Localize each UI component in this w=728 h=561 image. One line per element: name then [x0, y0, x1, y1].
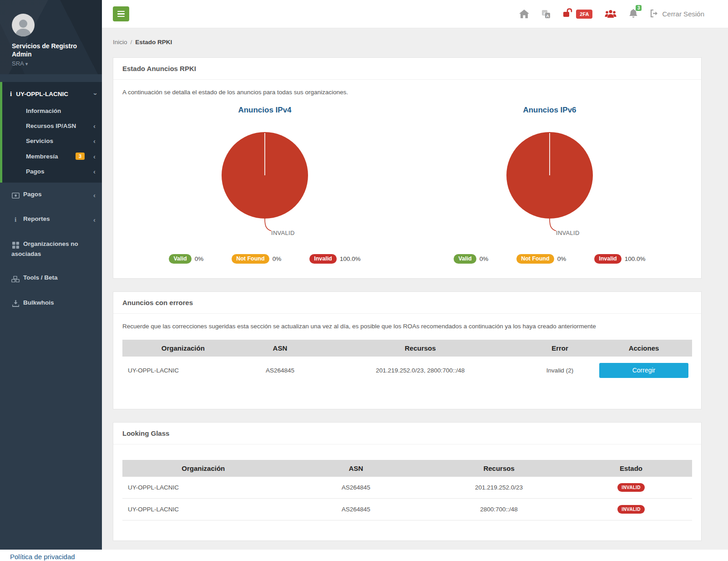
legend-valid-pill[interactable]: Valid — [454, 254, 476, 264]
cell-asn: AS264845 — [284, 499, 428, 520]
panel-estado-rpki: Estado Anuncios RPKI A continuación se d… — [113, 57, 702, 279]
grid-icon — [11, 240, 20, 250]
cell-org: UY-OPPL-LACNIC — [122, 357, 244, 384]
chart-ipv4: Anuncios IPv4 INVALID Valid0% Not Fo — [122, 99, 407, 269]
col-asn: ASN — [244, 340, 317, 357]
page-content: Inicio/Estado RPKI Estado Anuncios RPKI … — [102, 39, 728, 541]
col-estado: Estado — [570, 460, 692, 477]
cell-asn: AS264845 — [284, 477, 428, 499]
col-organizacion: Organización — [122, 460, 284, 477]
chevron-down-icon: ‹ — [91, 93, 98, 95]
legend-invalid-pill[interactable]: Invalid — [309, 254, 337, 264]
user-panel: Servicios de Registro Admin SRA ▾ — [0, 0, 102, 74]
info-icon: i — [10, 90, 12, 98]
legend-invalid-pill[interactable]: Invalid — [594, 254, 622, 264]
chevron-left-icon: ‹ — [93, 190, 96, 201]
sidebar-item-servicios[interactable]: Servicios ‹ — [2, 133, 102, 148]
cubes-icon — [11, 274, 20, 283]
errors-note: Recuerde que las correcciones sugeridas … — [122, 323, 692, 330]
sidebar-item-membresia[interactable]: Membresía 3 ‹ — [2, 148, 102, 164]
privacy-policy-link[interactable]: Política de privacidad — [10, 553, 75, 561]
chevron-left-icon: ‹ — [93, 137, 96, 145]
sidebar-item-pagos-sub[interactable]: Pagos ‹ — [2, 164, 102, 179]
table-row: UY-OPPL-LACNIC AS264845 2800:700::/48 IN… — [122, 499, 692, 520]
panel-description: A continuación se detalla el estado de l… — [122, 89, 692, 96]
col-acciones: Acciones — [596, 340, 692, 357]
chart-title: Anuncios IPv6 — [407, 106, 692, 115]
sidebar-item-organizaciones[interactable]: Organizaciones no asociadas — [0, 232, 102, 266]
col-recursos: Recursos — [428, 460, 570, 477]
panel-title: Estado Anuncios RPKI — [113, 58, 701, 80]
org-label: UY-OPPL-LACNIC — [16, 91, 68, 97]
info-icon: i — [11, 214, 20, 225]
pie-chart-ipv6[interactable]: INVALID — [506, 132, 593, 219]
breadcrumb-current: Estado RPKI — [135, 39, 172, 46]
table-row: UY-OPPL-LACNIC AS264845 201.219.252.0/23… — [122, 357, 692, 384]
pie-slice-label: INVALID — [556, 230, 580, 236]
top-navbar: aA 2FA 3 Cerrar Sesión — [102, 0, 728, 28]
membresia-count-badge: 3 — [76, 153, 85, 160]
language-icon[interactable]: aA — [541, 10, 551, 19]
notifications-bell[interactable]: 3 — [629, 9, 638, 19]
caret-down-icon: ▾ — [25, 61, 28, 66]
chart-ipv6: Anuncios IPv6 INVALID Valid0% Not Fo — [407, 99, 692, 269]
breadcrumb: Inicio/Estado RPKI — [113, 39, 702, 46]
navbar-actions: aA 2FA 3 Cerrar Sesión — [519, 8, 704, 20]
sign-out-icon — [650, 10, 658, 19]
sidebar-item-bulkwhois[interactable]: Bulkwhois — [0, 291, 102, 316]
legend-notfound-pill[interactable]: Not Found — [232, 254, 269, 264]
avatar — [12, 14, 35, 36]
col-asn: ASN — [284, 460, 428, 477]
home-icon[interactable] — [519, 10, 529, 18]
user-role-dropdown[interactable]: SRA ▾ — [12, 60, 90, 67]
unlock-icon — [563, 8, 574, 20]
corregir-button[interactable]: Corregir — [599, 363, 688, 378]
logout-button[interactable]: Cerrar Sesión — [650, 10, 704, 19]
chart-legend: Valid0% Not Found0% Invalid100.0% — [122, 254, 407, 264]
legend-valid-pill[interactable]: Valid — [169, 254, 191, 264]
sidebar: Servicios de Registro Admin SRA ▾ i UY-O… — [0, 0, 102, 550]
user-name: Servicios de Registro Admin — [12, 42, 80, 59]
table-row: UY-OPPL-LACNIC AS264845 201.219.252.0/23… — [122, 477, 692, 499]
pie-chart-ipv4[interactable]: INVALID — [222, 132, 308, 219]
notifications-count-badge: 3 — [636, 5, 642, 11]
cell-recursos: 201.219.252.0/23 — [428, 477, 570, 499]
pie-slice-label: INVALID — [271, 230, 295, 236]
chart-title: Anuncios IPv4 — [122, 106, 407, 115]
panel-looking-glass: Looking Glass Organización ASN Recursos … — [113, 422, 702, 541]
chevron-left-icon: ‹ — [93, 153, 96, 160]
col-recursos: Recursos — [316, 340, 524, 357]
sidebar-item-org[interactable]: i UY-OPPL-LACNIC ‹ — [2, 87, 102, 103]
col-organizacion: Organización — [122, 340, 244, 357]
cell-asn: AS264845 — [244, 357, 317, 384]
logout-label: Cerrar Sesión — [662, 10, 704, 18]
users-icon[interactable] — [605, 10, 617, 18]
sidebar-menu: i UY-OPPL-LACNIC ‹ Información Recursos … — [0, 82, 102, 316]
main-area: aA 2FA 3 Cerrar Sesión — [102, 0, 728, 550]
sidebar-item-reportes[interactable]: iReportes ‹ — [0, 207, 102, 232]
chevron-left-icon: ‹ — [93, 168, 96, 175]
errors-table: Organización ASN Recursos Error Acciones… — [122, 340, 692, 384]
col-error: Error — [524, 340, 596, 357]
status-badge: INVALID — [617, 505, 644, 514]
twofa-lock[interactable]: 2FA — [563, 8, 592, 20]
status-badge: INVALID — [617, 483, 644, 492]
panel-title: Anuncios con errores — [113, 292, 701, 314]
breadcrumb-home-link[interactable]: Inicio — [113, 39, 127, 46]
page-footer: Política de privacidad — [0, 550, 728, 561]
org-menu-block: i UY-OPPL-LACNIC ‹ Información Recursos … — [0, 82, 102, 183]
chevron-left-icon: ‹ — [93, 122, 96, 130]
cell-org: UY-OPPL-LACNIC — [122, 499, 284, 520]
sidebar-toggle-button[interactable] — [113, 6, 129, 21]
sidebar-item-tools[interactable]: Tools / Beta — [0, 266, 102, 291]
cell-recursos: 201.219.252.0/23, 2800:700::/48 — [316, 357, 524, 384]
download-icon — [11, 299, 20, 308]
legend-notfound-pill[interactable]: Not Found — [516, 254, 554, 264]
sidebar-item-recursos[interactable]: Recursos IP/ASN ‹ — [2, 118, 102, 133]
panel-anuncios-errores: Anuncios con errores Recuerde que las co… — [113, 291, 702, 409]
cell-recursos: 2800:700::/48 — [428, 499, 570, 520]
sidebar-item-pagos[interactable]: Pagos ‹ — [0, 183, 102, 207]
sidebar-item-informacion[interactable]: Información — [2, 103, 102, 118]
panel-title: Looking Glass — [113, 423, 701, 444]
money-icon — [11, 191, 20, 200]
